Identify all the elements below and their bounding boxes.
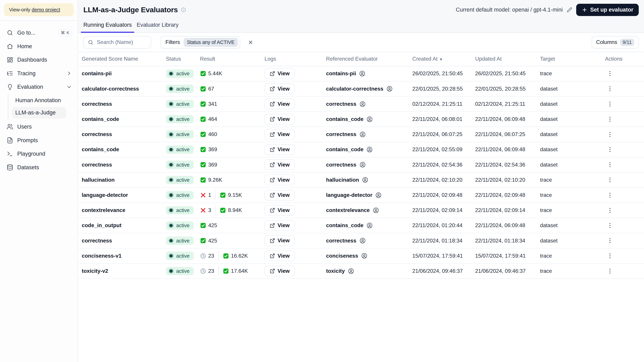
sidebar-subnav: Human AnnotationLLM-as-a-Judge [8, 94, 78, 120]
logs-cell: View [264, 157, 326, 172]
view-logs-button[interactable]: View [264, 251, 295, 261]
success-check-icon [220, 192, 226, 198]
row-actions-button[interactable] [605, 69, 615, 79]
target-cell: trace [540, 263, 605, 279]
tab-running-evaluators[interactable]: Running Evaluators [81, 20, 134, 33]
user-circle-icon[interactable] [361, 253, 368, 259]
status-badge: active [166, 221, 194, 230]
set-up-evaluator-button[interactable]: Set up evaluator [576, 4, 638, 16]
active-dot-icon [168, 208, 174, 213]
dashboards-icon [7, 56, 13, 63]
status-filter-chip[interactable]: Status any of ACTIVE [184, 38, 238, 47]
view-logs-button[interactable]: View [264, 190, 295, 201]
view-logs-button[interactable]: View [264, 83, 295, 94]
result-success: 369 [200, 146, 217, 153]
row-actions-button[interactable] [605, 251, 615, 261]
created-at-cell: 02/12/2024, 21:25:11 [412, 96, 475, 111]
clear-filter-button[interactable] [246, 38, 255, 47]
target-cell: dataset [540, 142, 605, 157]
score-name-cell: calculator-correctness [78, 81, 166, 96]
sidebar-item-label: Tracing [17, 70, 36, 77]
sidebar-item-dashboards[interactable]: Dashboards [0, 53, 78, 67]
view-logs-button[interactable]: View [264, 129, 295, 140]
sidebar-item-evaluation[interactable]: Evaluation [0, 80, 78, 94]
banner-text: View-only [9, 7, 32, 12]
table-row: contextrelevanceactive38.94KViewcontextr… [78, 203, 644, 218]
sidebar-item-tracing[interactable]: Tracing [0, 67, 78, 80]
columns-button[interactable]: Columns 9/11 [592, 36, 639, 48]
view-logs-button[interactable]: View [264, 220, 295, 231]
view-logs-button[interactable]: View [264, 205, 295, 216]
view-logs-button[interactable]: View [264, 68, 295, 79]
column-header-generated-score-name[interactable]: Generated Score Name [78, 52, 166, 66]
sidebar-item-go-to-[interactable]: Go to...⌘ K [0, 26, 78, 40]
table-row: contains_codeactive464Viewcontains_code2… [78, 111, 644, 127]
row-actions-button[interactable] [605, 114, 615, 124]
row-actions-button[interactable] [605, 160, 615, 170]
user-circle-icon[interactable] [359, 101, 366, 107]
search-input[interactable] [97, 39, 147, 45]
column-header-target[interactable]: Target [540, 52, 605, 66]
user-circle-icon[interactable] [362, 177, 368, 183]
row-actions-button[interactable] [605, 84, 615, 94]
row-actions-button[interactable] [605, 221, 615, 230]
sidebar-item-datasets[interactable]: Datasets [0, 161, 78, 174]
column-header-result[interactable]: Result [200, 52, 264, 66]
sidebar-item-prompts[interactable]: Prompts [0, 133, 78, 147]
sidebar-item-human-annotation[interactable]: Human Annotation [12, 94, 66, 106]
more-vertical-icon [607, 177, 613, 183]
row-actions-button[interactable] [605, 190, 615, 200]
sidebar-item-llm-as-a-judge[interactable]: LLM-as-a-Judge [12, 107, 66, 118]
row-actions-button[interactable] [605, 99, 615, 109]
row-actions-button[interactable] [605, 205, 615, 215]
row-actions-button[interactable] [605, 129, 615, 139]
view-logs-button[interactable]: View [264, 159, 295, 170]
sidebar-item-playground[interactable]: Playground [0, 147, 78, 161]
target-cell: dataset [540, 96, 605, 111]
column-header-created-at[interactable]: Created At▼ [412, 52, 475, 66]
view-logs-button[interactable]: View [264, 175, 295, 185]
view-logs-button[interactable]: View [264, 114, 295, 125]
view-logs-button[interactable]: View [264, 99, 295, 109]
external-link-icon [270, 223, 275, 228]
user-circle-icon[interactable] [359, 161, 366, 168]
view-logs-button[interactable]: View [264, 144, 295, 155]
filters-button[interactable]: Filters Status any of ACTIVE [160, 36, 240, 48]
row-actions-button[interactable] [605, 175, 615, 185]
edit-model-icon[interactable] [567, 7, 572, 12]
user-circle-icon[interactable] [359, 237, 366, 244]
user-circle-icon[interactable] [386, 85, 393, 92]
page-header: LLM-as-a-Judge Evaluators Current defaul… [78, 0, 644, 33]
column-header-referenced-evaluator[interactable]: Referenced Evaluator [326, 52, 412, 66]
table-row: correctnessactive369Viewcorrectness22/11… [78, 157, 644, 172]
active-dot-icon [168, 162, 174, 167]
created-at-cell: 22/01/2025, 20:28:55 [412, 81, 475, 96]
user-circle-icon[interactable] [366, 116, 373, 123]
info-icon[interactable] [181, 7, 186, 12]
column-header-status[interactable]: Status [166, 52, 200, 66]
column-header-actions[interactable]: Actions [605, 52, 644, 66]
success-check-icon [200, 116, 206, 122]
external-link-icon [270, 208, 275, 213]
view-logs-button[interactable]: View [264, 266, 295, 277]
user-circle-icon[interactable] [366, 146, 373, 153]
row-actions-button[interactable] [605, 145, 615, 154]
user-circle-icon[interactable] [372, 207, 379, 214]
user-circle-icon[interactable] [348, 268, 354, 275]
sidebar-item-home[interactable]: Home [0, 39, 78, 53]
target-cell: trace [540, 248, 605, 263]
column-header-updated-at[interactable]: Updated At [475, 52, 540, 66]
row-actions-button[interactable] [605, 266, 615, 276]
user-circle-icon[interactable] [359, 131, 366, 138]
view-logs-button[interactable]: View [264, 235, 295, 246]
column-header-logs[interactable]: Logs [264, 52, 326, 66]
sidebar-item-users[interactable]: Users [0, 120, 78, 134]
view-only-banner: View-only demo project [4, 3, 74, 16]
error-x-icon [200, 207, 206, 213]
user-circle-icon[interactable] [359, 70, 366, 77]
row-actions-button[interactable] [605, 236, 615, 246]
user-circle-icon[interactable] [366, 222, 373, 229]
user-circle-icon[interactable] [375, 192, 382, 199]
demo-project-link[interactable]: demo project [32, 7, 60, 12]
tab-evaluator-library[interactable]: Evaluator Library [134, 20, 181, 33]
